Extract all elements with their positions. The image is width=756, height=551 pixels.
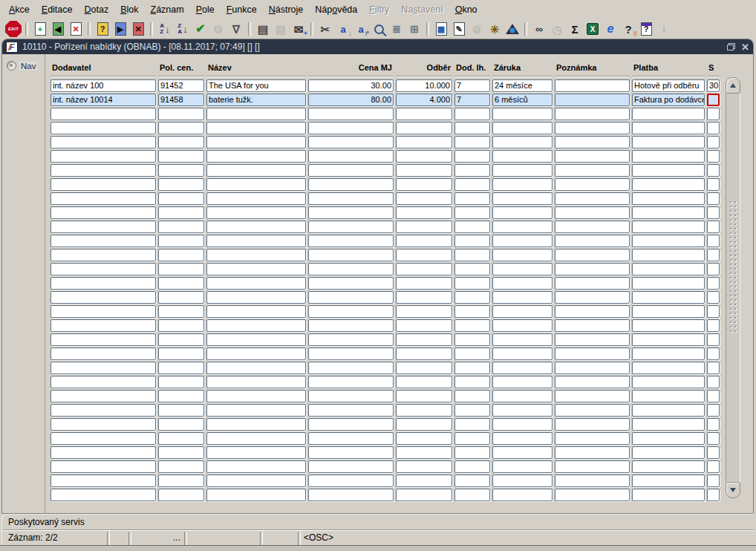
- table-cell[interactable]: [707, 108, 720, 120]
- table-cell[interactable]: [308, 305, 394, 318]
- table-cell[interactable]: [158, 122, 204, 134]
- globe-button[interactable]: ⊚: [468, 20, 486, 38]
- table-cell[interactable]: [206, 362, 306, 374]
- table-cell[interactable]: [396, 432, 452, 445]
- table-cell[interactable]: [454, 446, 490, 459]
- table-cell[interactable]: [632, 249, 705, 261]
- table-cell[interactable]: [492, 221, 553, 233]
- table-cell[interactable]: [158, 489, 204, 501]
- table-cell[interactable]: [396, 235, 452, 247]
- table-cell[interactable]: [158, 446, 204, 459]
- table-cell[interactable]: [308, 460, 394, 473]
- table-cell[interactable]: [396, 319, 452, 332]
- table-cell[interactable]: [454, 164, 490, 177]
- table-cell[interactable]: [454, 108, 490, 120]
- table-cell[interactable]: [308, 108, 394, 120]
- browser-button[interactable]: e: [602, 20, 619, 38]
- table-cell[interactable]: [396, 249, 452, 261]
- table-cell[interactable]: [50, 319, 156, 332]
- table-cell[interactable]: [454, 291, 490, 304]
- table-cell[interactable]: [308, 319, 394, 332]
- table-cell[interactable]: [492, 376, 553, 388]
- table-cell[interactable]: [707, 348, 720, 360]
- table-cell[interactable]: [50, 122, 156, 134]
- table-cell[interactable]: [555, 489, 630, 501]
- table-cell[interactable]: [454, 178, 490, 191]
- table-cell[interactable]: [206, 390, 306, 402]
- table-cell[interactable]: [50, 376, 156, 388]
- table-cell[interactable]: [492, 446, 553, 459]
- table-cell[interactable]: [50, 235, 156, 247]
- table-cell[interactable]: [308, 432, 394, 445]
- table-cell[interactable]: [707, 404, 720, 417]
- context-help-button[interactable]: ?‼: [619, 20, 637, 38]
- table-cell[interactable]: [707, 206, 720, 219]
- table-cell[interactable]: [555, 333, 630, 346]
- table-cell[interactable]: [396, 291, 452, 304]
- table-cell[interactable]: [632, 206, 705, 219]
- table-cell[interactable]: 80.00: [308, 94, 394, 106]
- table-cell[interactable]: [158, 362, 204, 374]
- table-cell[interactable]: [632, 432, 705, 445]
- table-cell[interactable]: [707, 291, 720, 304]
- table-cell[interactable]: 91458: [158, 94, 204, 106]
- table-cell[interactable]: [50, 348, 156, 360]
- table-cell[interactable]: [308, 221, 394, 233]
- table-cell[interactable]: [396, 136, 452, 149]
- table-cell[interactable]: [707, 460, 720, 473]
- table-cell[interactable]: [206, 192, 306, 205]
- table-cell[interactable]: [158, 235, 204, 247]
- table-cell[interactable]: [492, 277, 553, 290]
- table-cell[interactable]: [707, 136, 720, 149]
- table-cell[interactable]: [308, 235, 394, 247]
- table-cell[interactable]: [632, 418, 705, 431]
- scrollbar-trough[interactable]: [726, 94, 740, 482]
- table-cell[interactable]: [396, 221, 452, 233]
- table-cell[interactable]: [308, 263, 394, 276]
- table-cell[interactable]: [454, 192, 490, 205]
- table-cell[interactable]: [50, 291, 156, 304]
- table-cell[interactable]: Hotově při odběru: [632, 79, 705, 92]
- table-cell[interactable]: [454, 333, 490, 346]
- table-cell[interactable]: [206, 489, 306, 501]
- menu-item-nastaveni[interactable]: Nastavení: [395, 2, 449, 17]
- table-cell[interactable]: [555, 475, 630, 487]
- table-cell[interactable]: [206, 108, 306, 120]
- table-cell[interactable]: [707, 94, 720, 106]
- sum-button[interactable]: Σ: [566, 20, 584, 38]
- table-cell[interactable]: [396, 376, 452, 388]
- table-cell[interactable]: [555, 376, 630, 388]
- menu-item-dotaz[interactable]: Dotaz: [79, 2, 115, 17]
- table-cell[interactable]: [632, 164, 705, 177]
- table-cell[interactable]: [555, 348, 630, 360]
- table-cell[interactable]: [308, 122, 394, 134]
- table-cell[interactable]: [492, 362, 553, 374]
- scroll-up-button[interactable]: [726, 77, 740, 94]
- table-cell[interactable]: [308, 446, 394, 459]
- table-cell[interactable]: [396, 348, 452, 360]
- table-cell[interactable]: [492, 192, 553, 205]
- table-cell[interactable]: [158, 333, 204, 346]
- table-cell[interactable]: [396, 263, 452, 276]
- info-button[interactable]: i: [655, 20, 673, 38]
- table-cell[interactable]: [308, 348, 394, 360]
- table-cell[interactable]: [454, 362, 490, 374]
- table-cell[interactable]: [632, 122, 705, 134]
- table-cell[interactable]: The USA for you: [206, 79, 306, 92]
- table-cell[interactable]: [707, 333, 720, 346]
- table-cell[interactable]: [632, 263, 705, 276]
- clock-button[interactable]: ◷: [548, 20, 566, 38]
- table-cell[interactable]: 4.000: [396, 94, 452, 106]
- table-cell[interactable]: [396, 277, 452, 290]
- table-cell[interactable]: [492, 136, 553, 149]
- table-cell[interactable]: [308, 249, 394, 261]
- table-cell[interactable]: [50, 263, 156, 276]
- table-cell[interactable]: [50, 192, 156, 205]
- table-cell[interactable]: [50, 390, 156, 402]
- table-cell[interactable]: [158, 192, 204, 205]
- table-cell[interactable]: [707, 362, 720, 374]
- table-cell[interactable]: [707, 277, 720, 290]
- sort-descending-button[interactable]: ZA↓: [174, 20, 192, 38]
- enter-query-button[interactable]: ?: [94, 20, 111, 38]
- table-cell[interactable]: [206, 235, 306, 247]
